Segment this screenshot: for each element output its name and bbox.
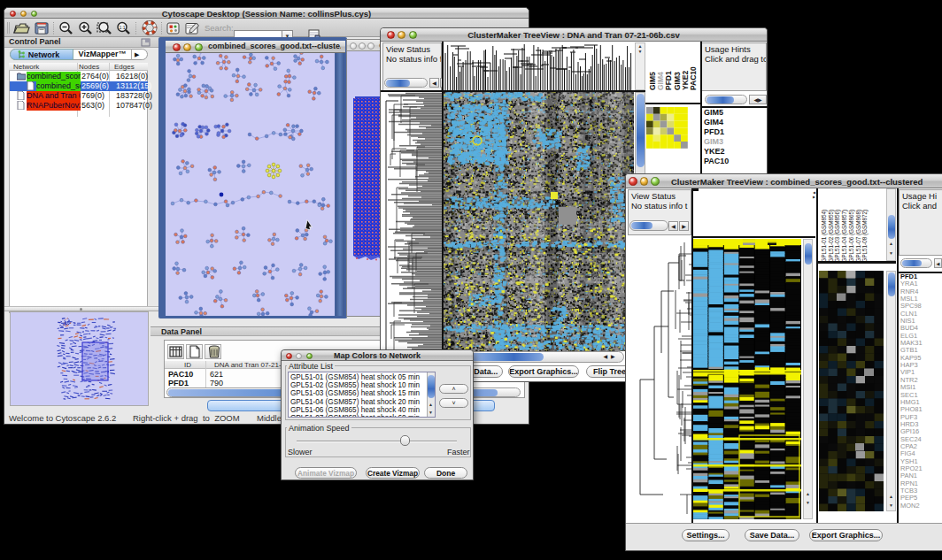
svg-text:Search:: Search: — [205, 23, 234, 33]
svg-text:1:1: 1:1 — [120, 25, 126, 30]
